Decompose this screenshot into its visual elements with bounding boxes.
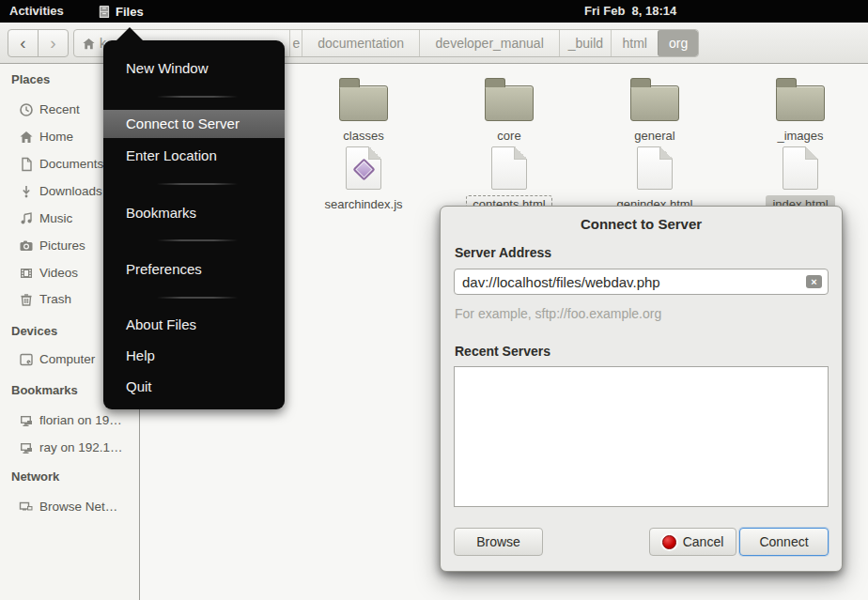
popover-arrow [116, 27, 143, 40]
file-item[interactable]: genindex.html [594, 146, 716, 213]
folder-label: general [628, 127, 681, 145]
menu-separator [157, 96, 238, 98]
stop-icon [662, 535, 676, 549]
files-app-icon [97, 5, 111, 19]
html-file-icon [783, 146, 818, 190]
menu-item-quit[interactable]: Quit [103, 373, 285, 401]
menu-item-about-files[interactable]: About Files [103, 311, 285, 339]
folder-icon [776, 85, 825, 121]
app-menu-button[interactable]: Files [97, 0, 144, 23]
recent-servers-list[interactable] [454, 366, 829, 507]
connect-button[interactable]: Connect [739, 528, 829, 556]
server-address-label: Server Address [455, 245, 551, 260]
folder-item[interactable]: core [448, 75, 570, 145]
menu-item-connect-to-server[interactable]: Connect to Server [103, 110, 285, 138]
sidebar-item-label: Videos [39, 260, 78, 286]
sidebar-item-bookmark-florian[interactable]: florian on 19… [0, 408, 139, 434]
cancel-button-label: Cancel [683, 534, 724, 549]
sidebar-item-label: Home [39, 124, 73, 150]
music-icon [19, 211, 34, 226]
sidebar-item-label: Downloads [39, 178, 102, 205]
folder-icon [339, 85, 388, 121]
harddisk-icon [19, 352, 34, 367]
server-address-entry-wrap: × [454, 269, 829, 295]
breadcrumb-build[interactable]: _build [559, 30, 611, 56]
forward-button[interactable]: › [38, 29, 69, 57]
menu-item-help[interactable]: Help [103, 342, 285, 370]
sidebar-heading-devices: Devices [11, 324, 57, 339]
script-emblem-icon [352, 158, 375, 180]
folder-item[interactable]: general [594, 75, 716, 145]
folder-label: classes [336, 127, 390, 145]
folder-icon [485, 85, 534, 121]
film-icon [19, 266, 34, 281]
cancel-button[interactable]: Cancel [649, 528, 736, 556]
network-browse-icon [19, 500, 34, 515]
folder-icon [630, 85, 679, 121]
folder-item[interactable]: _images [739, 75, 861, 145]
connect-to-server-dialog: Connect to Server Server Address × For e… [440, 206, 843, 572]
connect-button-label: Connect [759, 534, 808, 549]
home-crumb-icon [82, 37, 96, 51]
html-file-icon [637, 146, 673, 190]
menu-item-bookmarks[interactable]: Bookmarks [103, 199, 285, 227]
trash-icon [19, 292, 34, 307]
activities-button[interactable]: Activities [9, 0, 64, 23]
file-item[interactable]: contents.html [448, 146, 570, 213]
sidebar-item-label: Pictures [39, 233, 85, 259]
sidebar-heading-bookmarks: Bookmarks [11, 383, 78, 398]
back-icon: ‹ [20, 33, 25, 54]
file-item[interactable]: searchindex.js [302, 146, 425, 213]
sidebar-item-label: Music [39, 206, 72, 232]
script-file-icon [346, 146, 381, 190]
menu-item-preferences[interactable]: Preferences [103, 255, 285, 284]
sidebar-item-label: Recent [39, 97, 80, 123]
browse-button-label: Browse [476, 534, 520, 549]
folder-label: core [490, 127, 527, 145]
app-menu-label: Files [116, 5, 144, 19]
screen: classes core general _images searchindex… [0, 0, 868, 600]
clock-icon [19, 102, 34, 117]
history-nav-group: ‹ › [8, 29, 69, 57]
home-icon [19, 130, 34, 145]
sidebar-item-label: Trash [39, 286, 71, 313]
sidebar-item-bookmark-ray[interactable]: ray on 192.1… [0, 435, 139, 461]
breadcrumb-documentation[interactable]: documentation [302, 30, 419, 56]
folder-label: _images [770, 127, 829, 145]
recent-servers-label: Recent Servers [455, 344, 550, 359]
breadcrumb-clipped[interactable]: e [289, 30, 302, 56]
server-address-input[interactable] [454, 269, 829, 295]
document-icon [19, 157, 34, 172]
menu-item-enter-location[interactable]: Enter Location [103, 142, 285, 170]
menu-separator [157, 297, 238, 299]
folder-item[interactable]: classes [302, 75, 425, 145]
sidebar-item-browse-network[interactable]: Browse Net… [0, 494, 139, 520]
browse-button[interactable]: Browse [454, 528, 543, 556]
clear-entry-icon[interactable]: × [806, 275, 822, 288]
camera-icon [19, 238, 34, 254]
breadcrumb-org-active[interactable]: org [658, 30, 698, 56]
clock[interactable]: Fri Feb 8, 18:14 [584, 0, 676, 23]
breadcrumb-developer-manual[interactable]: developer_manual [419, 30, 560, 56]
back-button[interactable]: ‹ [8, 29, 39, 57]
file-label: searchindex.js [318, 195, 409, 213]
dialog-title: Connect to Server [441, 216, 842, 232]
sidebar-heading-network: Network [11, 469, 59, 485]
sidebar-item-label: Documents [39, 151, 103, 177]
remote-server-icon [19, 440, 34, 455]
sidebar-item-label: Browse Net… [39, 494, 117, 520]
sidebar-item-label: florian on 19… [39, 408, 122, 434]
sidebar-item-label: Computer [39, 346, 95, 373]
file-item[interactable]: index.html [739, 146, 861, 213]
app-menu-popover: New Window Connect to Server Enter Locat… [103, 40, 285, 409]
menu-separator [157, 239, 238, 241]
server-address-hint: For example, sftp://foo.example.org [455, 306, 661, 321]
menu-item-new-window[interactable]: New Window [103, 54, 285, 83]
breadcrumb-html[interactable]: html [611, 30, 658, 56]
menu-separator [157, 183, 238, 185]
remote-server-icon [19, 413, 34, 428]
sidebar-heading-places: Places [11, 72, 50, 87]
forward-icon: › [50, 33, 55, 54]
html-file-icon [491, 146, 527, 190]
top-bar: Activities Files Fri Feb 8, 18:14 [0, 0, 868, 23]
